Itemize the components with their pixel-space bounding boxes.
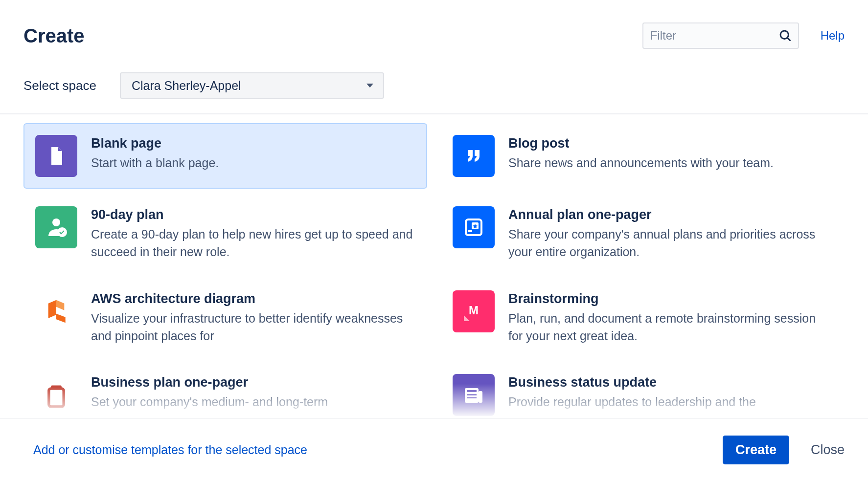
template-card-business-status-update[interactable]: Business status updateProvide regular up… bbox=[441, 362, 845, 418]
template-description: Provide regular updates to leadership an… bbox=[508, 393, 756, 411]
chevron-down-icon bbox=[366, 84, 373, 87]
svg-rect-13 bbox=[467, 394, 477, 395]
template-description: Create a 90-day plan to help new hires g… bbox=[91, 225, 415, 261]
template-text: AWS architecture diagramVisualize your i… bbox=[91, 290, 415, 345]
space-selected-value: Clara Sherley-Appel bbox=[132, 79, 241, 93]
template-title: 90-day plan bbox=[91, 207, 415, 222]
template-title: Brainstorming bbox=[508, 291, 833, 306]
lucidchart-icon bbox=[35, 290, 77, 332]
help-link[interactable]: Help bbox=[821, 29, 845, 43]
template-card-blog-post[interactable]: Blog postShare news and announcements wi… bbox=[441, 123, 845, 189]
template-text: Annual plan one-pagerShare your company'… bbox=[508, 206, 833, 261]
dialog-footer: Add or customise templates for the selec… bbox=[0, 418, 868, 481]
clipboard-icon bbox=[35, 374, 77, 416]
page-icon bbox=[35, 135, 77, 177]
template-card-business-plan-one-pager[interactable]: Business plan one-pagerSet your company'… bbox=[23, 362, 427, 418]
template-card-90-day-plan[interactable]: 90-day planCreate a 90-day plan to help … bbox=[23, 195, 427, 273]
template-card-blank-page[interactable]: Blank pageStart with a blank page. bbox=[23, 123, 427, 189]
svg-text:M: M bbox=[469, 304, 479, 317]
template-description: Plan, run, and document a remote brainst… bbox=[508, 309, 833, 345]
svg-rect-6 bbox=[468, 230, 472, 232]
template-text: 90-day planCreate a 90-day plan to help … bbox=[91, 206, 415, 261]
footer-actions: Create Close bbox=[723, 436, 845, 464]
template-text: BrainstormingPlan, run, and document a r… bbox=[508, 290, 833, 345]
svg-line-1 bbox=[787, 38, 790, 41]
template-title: Annual plan one-pager bbox=[508, 207, 833, 222]
header-actions: Help bbox=[642, 22, 845, 49]
mural-icon: M bbox=[453, 290, 495, 332]
template-text: Blank pageStart with a blank page. bbox=[91, 135, 219, 172]
template-description: Share news and announcements with your t… bbox=[508, 154, 774, 172]
template-title: Business plan one-pager bbox=[91, 375, 328, 390]
customise-templates-link[interactable]: Add or customise templates for the selec… bbox=[33, 443, 307, 457]
news-icon bbox=[453, 374, 495, 416]
template-text: Blog postShare news and announcements wi… bbox=[508, 135, 774, 172]
svg-rect-10 bbox=[49, 389, 64, 407]
person-check-icon bbox=[35, 206, 77, 248]
space-select[interactable]: Clara Sherley-Appel bbox=[120, 72, 384, 99]
star-doc-icon bbox=[453, 206, 495, 248]
svg-rect-14 bbox=[467, 397, 477, 398]
template-text: Business status updateProvide regular up… bbox=[508, 374, 756, 411]
quote-icon bbox=[453, 135, 495, 177]
template-card-aws-architecture-diagram[interactable]: AWS architecture diagramVisualize your i… bbox=[23, 279, 427, 357]
template-text: Business plan one-pagerSet your company'… bbox=[91, 374, 328, 411]
template-description: Start with a blank page. bbox=[91, 154, 219, 172]
template-title: Business status update bbox=[508, 375, 756, 390]
create-button[interactable]: Create bbox=[723, 436, 789, 464]
close-button[interactable]: Close bbox=[811, 442, 845, 458]
filter-input[interactable] bbox=[642, 22, 799, 49]
template-description: Share your company's annual plans and pr… bbox=[508, 225, 833, 261]
template-description: Visualize your infrastructure to better … bbox=[91, 309, 415, 345]
space-selector-row: Select space Clara Sherley-Appel bbox=[0, 61, 868, 114]
dialog-title: Create bbox=[23, 25, 85, 47]
template-title: AWS architecture diagram bbox=[91, 291, 415, 306]
template-description: Set your company's medium- and long-term bbox=[91, 393, 328, 411]
svg-point-2 bbox=[52, 219, 60, 226]
template-card-annual-plan-one-pager[interactable]: Annual plan one-pagerShare your company'… bbox=[441, 195, 845, 273]
dialog-header: Create Help bbox=[0, 0, 868, 61]
create-dialog: Create Help Select space Clara Sherley-A… bbox=[0, 0, 868, 481]
template-title: Blank page bbox=[91, 136, 219, 151]
template-card-brainstorming[interactable]: MBrainstormingPlan, run, and document a … bbox=[441, 279, 845, 357]
search-icon bbox=[778, 29, 792, 43]
svg-rect-12 bbox=[467, 390, 477, 392]
svg-point-0 bbox=[780, 31, 788, 39]
svg-rect-15 bbox=[479, 391, 482, 403]
template-title: Blog post bbox=[508, 136, 774, 151]
filter-field bbox=[642, 22, 799, 49]
template-list: Blank pageStart with a blank page.Blog p… bbox=[0, 114, 868, 418]
space-label: Select space bbox=[23, 78, 96, 93]
